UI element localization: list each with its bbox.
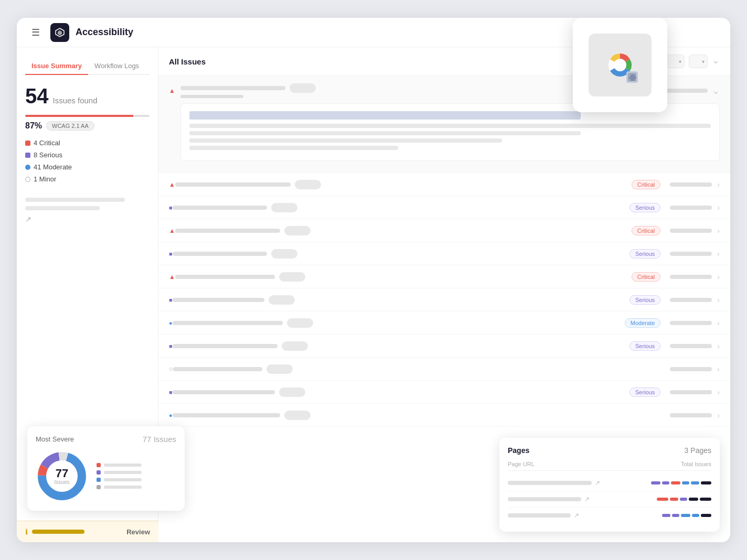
url-bar (508, 497, 581, 501)
review-label: Review (126, 528, 150, 536)
col-url-label: Page URL (508, 461, 535, 467)
issue-row[interactable]: ■ Serious › (158, 381, 730, 404)
url-bar (508, 513, 571, 518)
page-row-1[interactable]: ↗ (508, 475, 711, 491)
critical-badge: Critical (632, 226, 661, 235)
col-issues-label: Total Issues (681, 461, 711, 467)
text-bar-1 (189, 124, 711, 128)
issue-bar-title (173, 413, 280, 417)
svg-point-2 (614, 59, 626, 71)
chevron-right-icon[interactable]: › (717, 342, 720, 350)
moderate-legend-dot (97, 478, 101, 482)
serious-square-icon: ■ (169, 297, 173, 303)
page-row-3[interactable]: ↗ (508, 508, 711, 523)
bar-blue-1 (681, 514, 690, 517)
issue-row[interactable]: ■ Serious › (158, 335, 730, 358)
sidebar-bar-1 (25, 198, 125, 202)
legend-item-minor (97, 485, 176, 489)
issue-row[interactable]: ▲ Critical › (158, 173, 730, 196)
severity-critical: 4 Critical (25, 139, 150, 147)
tab-workflow-logs[interactable]: Workflow Logs (88, 58, 145, 75)
donut-center: 77 Issues (55, 468, 70, 485)
donut-label: Issues (55, 479, 70, 485)
chevron-right-icon[interactable]: › (717, 296, 720, 304)
external-link-icon[interactable]: ↗ (25, 215, 31, 223)
expand-all-icon[interactable]: ⌄ (712, 55, 720, 68)
issue-bar-title (173, 367, 262, 371)
bar-purple-2 (672, 514, 679, 517)
hamburger-icon: ☰ (31, 27, 40, 38)
bar-blue-2 (691, 481, 699, 484)
text-bar-4 (189, 146, 398, 150)
issue-bar-title (173, 298, 264, 302)
bar-blue-1 (682, 481, 689, 484)
serious-badge: Serious (629, 203, 660, 212)
app-logo (50, 23, 69, 42)
minor-circle-icon: ○ (169, 365, 173, 373)
issue-title-bar (180, 86, 285, 90)
review-progress-bar (32, 530, 84, 534)
minor-label: 1 Minor (34, 175, 56, 183)
legend-list (97, 463, 176, 489)
chevron-right-icon[interactable]: › (717, 365, 720, 373)
chevron-right-icon[interactable]: › (717, 203, 720, 212)
issue-meta (670, 321, 712, 325)
chevron-right-icon[interactable]: › (717, 227, 720, 235)
page-url-area: ↗ (508, 479, 651, 487)
critical-label: 4 Critical (34, 139, 60, 147)
url-bar (508, 481, 592, 485)
critical-triangle-icon: ▲ (169, 273, 175, 281)
chevron-right-icon[interactable]: › (717, 319, 720, 327)
tab-issue-summary[interactable]: Issue Summary (25, 58, 88, 75)
issue-meta (670, 182, 712, 187)
severity-moderate: 41 Moderate (25, 163, 150, 171)
bar-purple-1 (651, 481, 660, 484)
issue-right: Serious › (629, 341, 720, 351)
issue-meta (670, 252, 712, 256)
chevron-right-icon[interactable]: › (717, 180, 720, 189)
chevron-right-icon[interactable]: › (717, 273, 720, 281)
issue-row[interactable]: ■ Serious › (158, 242, 730, 265)
issue-right: Serious › (629, 203, 720, 212)
issue-row[interactable]: ■ Serious › (158, 288, 730, 311)
issue-right: Critical › (632, 180, 720, 189)
filter-3-select[interactable] (689, 55, 708, 68)
issue-tag-pill (290, 83, 316, 93)
issue-row[interactable]: ▲ Critical › (158, 265, 730, 288)
serious-badge: Serious (629, 295, 660, 305)
bar-dark (701, 514, 711, 517)
chevron-right-icon[interactable]: › (717, 411, 720, 419)
critical-triangle-icon: ▲ (169, 87, 175, 94)
page-url-area: ↗ (508, 512, 662, 519)
critical-icon (25, 141, 30, 146)
issue-row[interactable]: ○ › (158, 358, 730, 381)
critical-badge: Critical (632, 180, 661, 189)
pages-panel: Pages 3 Pages Page URL Total Issues ↗ (499, 438, 720, 532)
issue-bar-title (173, 252, 267, 256)
donut-number: 77 (55, 468, 70, 479)
page-link-icon[interactable]: ↗ (595, 479, 600, 487)
issue-sub-bar (180, 95, 243, 98)
wcag-badge: WCAG 2.1 AA (46, 121, 94, 131)
hamburger-button[interactable]: ☰ (27, 24, 44, 41)
issue-row[interactable]: ● Moderate › (158, 311, 730, 335)
pages-header: Pages 3 Pages (508, 446, 711, 455)
issue-pill (295, 180, 321, 189)
collapse-icon[interactable]: ⌄ (712, 85, 720, 96)
filter-2-select[interactable] (666, 55, 685, 68)
page-link-icon[interactable]: ↗ (574, 512, 579, 519)
issue-row[interactable]: ▲ Critical › (158, 219, 730, 242)
critical-triangle-icon: ▲ (169, 227, 175, 234)
page-link-icon[interactable]: ↗ (584, 496, 590, 503)
serious-badge: Serious (629, 387, 660, 397)
chevron-right-icon[interactable]: › (717, 388, 720, 396)
chevron-right-icon[interactable]: › (717, 250, 720, 258)
issue-row[interactable]: ● › (158, 404, 730, 427)
issue-meta (670, 275, 712, 279)
issue-content (175, 272, 632, 282)
pages-count: 3 Pages (685, 446, 711, 455)
most-severe-card: Most Severe 77 Issues (27, 426, 185, 511)
page-row-2[interactable]: ↗ (508, 491, 711, 508)
issue-pill (284, 411, 311, 420)
issue-row[interactable]: ■ Serious › (158, 196, 730, 219)
